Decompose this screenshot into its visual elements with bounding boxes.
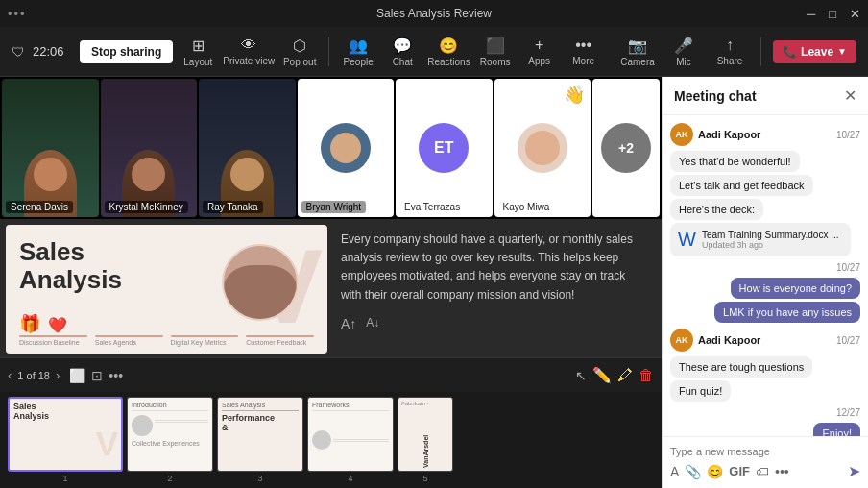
thumb-num-4: 4 [348,474,352,483]
thumb-wrapper-4[interactable]: Frameworks 4 [307,397,394,483]
more-label: More [572,56,594,66]
chat-tool[interactable]: 💬 Chat [383,37,422,67]
chat-messages: AK Aadi Kapoor 10/27 Yes that'd be wonde… [663,115,868,436]
leave-label: Leave [801,45,833,59]
private-view-tool[interactable]: 👁 Private view [223,37,275,66]
chat-input[interactable] [670,446,860,457]
text-decrease-icon[interactable]: A↓ [366,316,379,331]
eye-icon: 👁 [241,37,256,54]
format-icon[interactable]: A [670,464,679,479]
participant-tile[interactable]: 👋 Kayo Miwa [494,79,591,217]
camera-label: Camera [620,57,655,67]
fit-slide-icon[interactable]: ⬜ [69,368,85,383]
shield-icon: 🛡 [12,44,25,60]
participant-tile[interactable]: Ray Tanaka [199,79,296,217]
file-name: Team Training Summary.docx ... [702,230,839,240]
next-slide-button[interactable]: › [56,368,60,382]
chat-icon: 💬 [393,37,412,55]
attach-icon[interactable]: 📎 [685,464,701,479]
more-tool[interactable]: ••• More [565,37,603,66]
maximize-btn[interactable]: □ [829,7,836,21]
gif-icon[interactable]: GIF [729,464,750,478]
minimize-btn[interactable]: ─ [807,7,815,21]
thumb-wrapper-3[interactable]: Sales Analysis Performance& 3 [217,397,303,483]
pop-out-icon: ⬡ [293,37,306,55]
presenter-notes: Every company should have a quarterly, o… [333,225,656,354]
eraser-icon[interactable]: 🗑 [639,367,654,384]
people-label: People [344,57,374,67]
slide-thumb-4[interactable]: Frameworks [307,397,394,472]
pen-icon[interactable]: ✏️ [592,366,612,384]
chat-sender-name: Aadi Kapoor [698,334,760,346]
participant-name: Krystal McKinney [105,201,188,213]
emoji-icon[interactable]: 😊 [707,464,723,479]
thumb-num-5: 5 [422,474,427,483]
share-tool[interactable]: ↑ Share [711,37,749,66]
chat-input-area: A 📎 😊 GIF 🏷 ••• ➤ [663,436,868,488]
more-options-icon[interactable]: ••• [775,464,789,479]
private-view-label: Private view [223,56,275,66]
toolbar-left: 🛡 22:06 [12,44,64,60]
participant-tile[interactable]: ET Eva Terrazas [396,79,493,217]
layout-icon: ⊞ [192,37,205,55]
apps-tool[interactable]: + Apps [520,37,559,66]
camera-tool[interactable]: 📷 Camera [618,37,657,67]
participant-name: Bryan Wright [301,201,367,213]
participant-tile[interactable]: Serena Davis [2,79,99,217]
chat-message-group: AK Aadi Kapoor 10/27 Yes that'd be wonde… [670,123,860,256]
chat-bubble-mine: LMK if you have any issues [714,302,860,323]
thumb-wrapper-1[interactable]: SalesAnalysis V 1 [8,397,123,483]
slide-thumb-3[interactable]: Sales Analysis Performance& [217,397,303,472]
leave-button[interactable]: 📞 Leave ▼ [773,40,856,63]
chat-close-button[interactable]: ✕ [844,86,856,105]
expand-slide-icon[interactable]: ⊡ [91,368,103,383]
people-tool[interactable]: 👥 People [339,37,377,67]
participant-name: Serena Davis [6,201,73,213]
pop-out-tool[interactable]: ⬡ Pop out [280,37,319,67]
word-file-icon: W [678,229,696,251]
titlebar: ••• Sales Analysis Review ─ □ ✕ [0,0,868,27]
highlighter-icon[interactable]: 🖍 [617,367,633,384]
rooms-icon: ⬛ [486,37,505,55]
reactions-icon: 😊 [439,37,458,55]
chat-message-group: AK Aadi Kapoor 10/27 These are tough que… [670,329,860,402]
share-icon: ↑ [726,37,734,54]
send-button[interactable]: ➤ [848,462,860,480]
chat-panel: Meeting chat ✕ AK Aadi Kapoor 10/27 Yes … [662,77,868,488]
pop-out-label: Pop out [283,57,316,67]
participant-tile[interactable]: Bryan Wright [298,79,395,217]
chat-file-attachment[interactable]: W Team Training Summary.docx ... Updated… [670,223,851,256]
chat-timestamp: 10/27 [836,262,860,273]
thumb-num-3: 3 [257,474,262,483]
participant-tile-more[interactable]: +2 [592,79,660,217]
pointer-icon[interactable]: ↖ [575,368,587,383]
rooms-tool[interactable]: ⬛ Rooms [476,37,515,67]
more-tools-icon[interactable]: ••• [108,368,123,383]
close-btn[interactable]: ✕ [850,7,860,21]
mic-tool[interactable]: 🎤 Mic [664,37,703,67]
thumb-wrapper-2[interactable]: Introduction Collective Experiences 2 [127,397,213,483]
chat-avatar: AK [670,329,693,352]
slide-thumb-1[interactable]: SalesAnalysis V [8,397,123,472]
slide-thumb-5[interactable]: Fabrikam - VanArsdel [398,397,453,472]
participant-tile[interactable]: Krystal McKinney [101,79,198,217]
prev-slide-button[interactable]: ‹ [8,368,12,382]
sticker-icon[interactable]: 🏷 [756,464,769,479]
chat-bubble-mine: How is everyone doing? [731,278,860,299]
mic-label: Mic [676,57,691,67]
people-icon: 👥 [349,37,368,55]
toolbar-right: 📷 Camera 🎤 Mic ↑ Share 📞 Leave ▼ [618,37,856,67]
more-icon: ••• [575,37,591,54]
slide-thumbnails: SalesAnalysis V 1 Introduction [0,392,662,488]
titlebar-title: Sales Analysis Review [376,7,492,20]
thumb-wrapper-5[interactable]: Fabrikam - VanArsdel 5 [398,397,453,483]
file-info: Team Training Summary.docx ... Updated 3… [702,230,839,250]
text-increase-icon[interactable]: A↑ [341,316,356,331]
camera-icon: 📷 [628,37,647,55]
reactions-tool[interactable]: 😊 Reactions [427,37,470,67]
layout-tool[interactable]: ⊞ Layout [179,37,217,67]
mic-icon: 🎤 [674,37,693,55]
slide-thumb-2[interactable]: Introduction Collective Experiences [127,397,213,472]
chat-message-group-mine-last: 12/27 Enjoy! [670,407,860,436]
stop-sharing-button[interactable]: Stop sharing [80,40,173,63]
